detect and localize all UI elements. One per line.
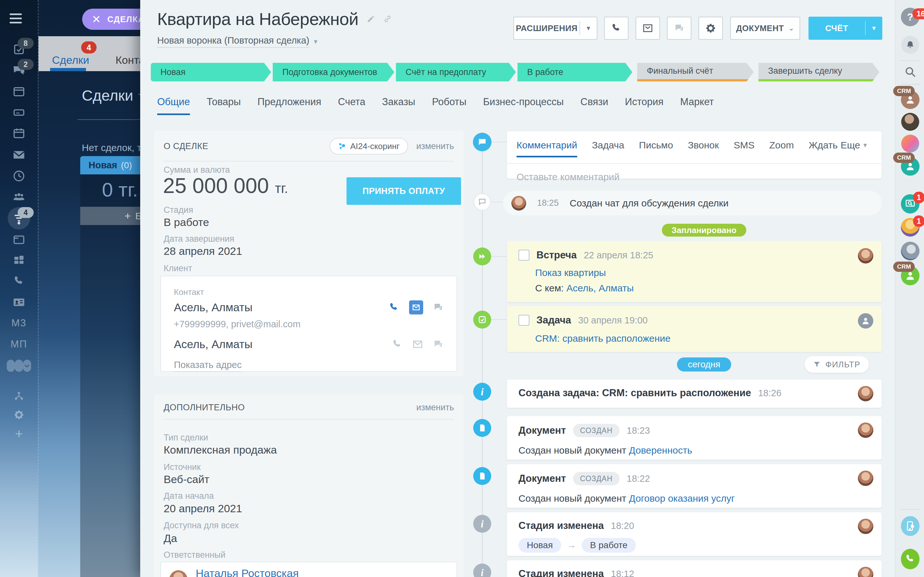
settings-button[interactable] <box>698 17 723 40</box>
stage-changed-card[interactable]: Стадия изменена 18:12 Новая → В работе <box>507 560 882 577</box>
edit-pencil-icon[interactable] <box>367 15 375 23</box>
contact-call-icon[interactable] <box>389 302 399 313</box>
tab-orders[interactable]: Заказы <box>382 96 415 115</box>
source-value[interactable]: Веб-сайт <box>164 473 209 486</box>
search-button[interactable] <box>901 65 919 78</box>
sidebar-item-calendar[interactable] <box>7 127 31 140</box>
chat-button[interactable] <box>667 17 691 40</box>
tab-deals[interactable]: Сделки <box>52 54 89 66</box>
chat-avatar[interactable]: 1 <box>901 218 919 237</box>
sidebar-item-add[interactable]: + <box>7 427 31 441</box>
crm-chat-teal[interactable]: CRM <box>901 157 919 176</box>
crm-monitor-chat[interactable]: 1 <box>901 194 919 213</box>
meeting-subject-link[interactable]: Показ квартиры <box>535 268 606 278</box>
contact-chat-icon[interactable] <box>433 302 444 313</box>
sidebar-item-messenger[interactable]: 2 <box>7 64 31 77</box>
deal-title[interactable]: Квартира на Набережной <box>157 9 359 29</box>
available-value[interactable]: Да <box>164 532 177 545</box>
document-link[interactable]: Договор оказания услуг <box>629 493 735 504</box>
chevron-down-icon[interactable]: ▾ <box>866 24 882 32</box>
mobile-app-button[interactable] <box>901 516 919 536</box>
tab-history[interactable]: История <box>625 96 664 115</box>
start-date-value[interactable]: 20 апреля 2021 <box>164 502 242 515</box>
sidebar-collapse[interactable] <box>7 359 31 372</box>
deal-type-value[interactable]: Комплексная продажа <box>164 444 277 456</box>
sidebar-item-tasks[interactable]: 8 <box>7 43 31 56</box>
tab-market[interactable]: Маркет <box>680 96 714 115</box>
stage-docs[interactable]: Подготовка документов <box>273 63 394 81</box>
document-created-card[interactable]: Документ СОЗДАН 18:23 Создан новый докум… <box>507 416 882 460</box>
tab-zoom[interactable]: Zoom <box>769 140 794 157</box>
document-link[interactable]: Доверенность <box>629 445 692 456</box>
meeting-card[interactable]: Встреча 22 апреля 18:25 Показ квартиры С… <box>507 241 882 302</box>
sidebar-item-telephony[interactable] <box>7 275 31 287</box>
tab-task[interactable]: Задача <box>592 140 624 157</box>
chat-avatar[interactable] <box>901 242 919 260</box>
copy-link-icon[interactable] <box>383 15 392 23</box>
crm-chat-green[interactable]: CRM <box>901 266 919 285</box>
close-date-value[interactable]: 28 апреля 2021 <box>164 245 242 258</box>
tab-bizproc[interactable]: Бизнес-процессы <box>483 96 564 115</box>
extensions-button[interactable]: РАСШИРЕНИЯ ▾ <box>513 17 598 40</box>
tab-general[interactable]: Общие <box>157 96 190 115</box>
tab-more[interactable]: Еще▾ <box>841 140 867 151</box>
contact-email-icon[interactable] <box>412 339 423 350</box>
sidebar-item-m3[interactable]: М3 <box>7 318 31 329</box>
sidebar-item-contact-center[interactable] <box>7 296 31 309</box>
tab-quotes[interactable]: Предложения <box>258 96 321 115</box>
stage-final-invoice[interactable]: Финальный счёт <box>637 63 754 81</box>
tab-call[interactable]: Звонок <box>688 140 719 157</box>
complete-checkbox[interactable] <box>519 315 529 326</box>
contact-chat-icon[interactable] <box>433 339 444 350</box>
call-widget-button[interactable] <box>901 549 919 569</box>
contact-call-icon[interactable] <box>392 339 403 350</box>
tab-invoices[interactable]: Счета <box>338 96 365 115</box>
contact-name-2[interactable]: Асель, Алматы <box>174 338 252 351</box>
document-button[interactable]: ДОКУМЕНТ ⌄ <box>730 17 800 40</box>
menu-toggle-icon[interactable] <box>10 13 22 26</box>
email-button[interactable] <box>636 17 660 40</box>
chevron-down-icon[interactable]: ▾ <box>580 24 597 32</box>
tab-wait[interactable]: Ждать <box>809 140 838 157</box>
comment-input[interactable]: Оставьте комментарий <box>507 164 882 190</box>
sidebar-item-apps[interactable] <box>7 254 31 266</box>
filter-button[interactable]: ФИЛЬТР <box>804 356 869 373</box>
responsible-name[interactable]: Наталья Ростовская <box>196 567 299 577</box>
tab-letter[interactable]: Письмо <box>639 140 673 157</box>
about-edit-link[interactable]: изменить <box>417 141 454 151</box>
stage-close-deal[interactable]: Завершить сделку <box>758 63 879 81</box>
stage-in-progress[interactable]: В работе <box>517 63 632 81</box>
crm-chat-brown[interactable]: CRM <box>901 90 919 109</box>
sidebar-item-workgroups[interactable] <box>7 85 31 98</box>
sidebar-item-sites[interactable] <box>7 234 31 246</box>
notifications-button[interactable] <box>901 36 919 54</box>
close-icon[interactable]: ✕ <box>92 14 101 25</box>
sidebar-item-employees[interactable] <box>7 190 31 203</box>
contact-name[interactable]: Асель, Алматы <box>174 301 252 314</box>
stage-value[interactable]: В работе <box>164 216 209 229</box>
tab-contacts[interactable]: Конта <box>115 54 141 66</box>
sidebar-item-mail[interactable] <box>7 148 31 161</box>
stage-new[interactable]: Новая <box>151 63 271 81</box>
tab-relations[interactable]: Связи <box>580 96 608 115</box>
sidebar-item-settings[interactable] <box>7 409 31 421</box>
accept-payment-button[interactable]: ПРИНЯТЬ ОПЛАТУ <box>347 177 461 205</box>
contact-email-icon[interactable] <box>409 300 423 314</box>
show-address-link[interactable]: Показать адрес <box>174 359 242 372</box>
stage-prepayment[interactable]: Счёт на предоплату <box>396 63 516 81</box>
chat-avatar[interactable] <box>901 113 919 131</box>
tab-sms[interactable]: SMS <box>734 140 754 157</box>
chat-created-entry[interactable]: 18:25 Создан чат для обсуждения сделки <box>503 191 882 215</box>
tab-products[interactable]: Товары <box>207 96 241 115</box>
task-created-card[interactable]: Создана задача: CRM: сравнить расположен… <box>507 380 882 408</box>
document-created-card[interactable]: Документ СОЗДАН 18:22 Создан новый докум… <box>507 464 882 508</box>
responsible-card[interactable]: Наталья Ростовская Менеджер проектов <box>160 562 457 577</box>
kanban-column-header[interactable]: Новая (0) <box>80 156 141 174</box>
sidebar-item-time[interactable] <box>7 169 31 182</box>
ai-scoring-button[interactable]: AI24-скоринг <box>330 138 408 155</box>
chat-avatar[interactable] <box>901 135 919 153</box>
tab-comment[interactable]: Комментарий <box>517 140 577 157</box>
task-card[interactable]: Задача 30 апреля 19:00 CRM: сравнить рас… <box>507 306 882 352</box>
meeting-contact-link[interactable]: Асель, Алматы <box>566 283 634 293</box>
quick-deal-button[interactable]: + Быстрая сд <box>80 207 141 225</box>
